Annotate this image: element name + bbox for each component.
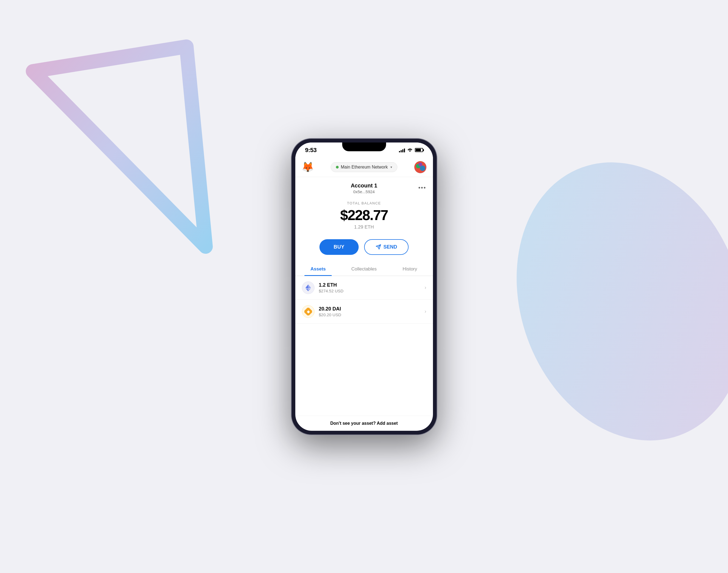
svg-marker-9 [308,288,311,291]
buy-button[interactable]: BUY [320,239,359,255]
tab-collectables-label: Collectables [351,266,377,271]
svg-marker-10 [305,288,308,291]
tab-collectables[interactable]: Collectables [341,263,387,276]
wifi-icon [407,147,413,153]
svg-point-0 [479,130,728,473]
signal-bar-3 [402,149,403,152]
dai-usd: $20.20 USD [319,312,425,317]
svg-point-4 [419,162,422,166]
eth-chevron-icon: › [425,285,426,291]
tab-history[interactable]: History [387,263,433,276]
network-chevron-icon: ▾ [390,165,392,169]
account-section: Account 1 0x5e...5924 ••• [295,177,433,198]
battery-fill [416,149,421,151]
tab-assets-label: Assets [310,266,326,271]
account-avatar[interactable] [414,161,426,173]
dai-chevron-icon: › [425,309,426,314]
svg-point-3 [420,165,425,171]
asset-item-eth[interactable]: 1.2 ETH $274.52 USD › [295,276,433,300]
status-icons [399,147,423,153]
svg-text:◆: ◆ [306,309,310,314]
signal-bar-2 [401,150,402,152]
battery-icon [415,148,423,152]
account-info: Account 1 0x5e...5924 [351,183,377,194]
add-asset-link[interactable]: Don't see your asset? Add asset [330,421,398,426]
balance-section: TOTAL BALANCE $228.77 1.29 ETH [295,198,433,237]
status-time: 9:53 [305,147,317,154]
dai-amount: 20.20 DAI [319,306,425,312]
tab-history-label: History [402,266,417,271]
tab-assets[interactable]: Assets [295,263,341,276]
notch [342,143,386,151]
phone-frame: 9:53 [291,139,437,434]
eth-usd: $274.52 USD [319,289,425,293]
dai-asset-details: 20.20 DAI $20.20 USD [319,306,425,317]
fox-emoji: 🦊 [302,161,314,173]
asset-item-dai[interactable]: ◆ 20.20 DAI $20.20 USD › [295,300,433,324]
send-arrow-icon [376,244,381,250]
signal-bars-icon [399,148,405,152]
footer: Don't see your asset? Add asset [295,416,433,431]
account-address: 0x5e...5924 [351,189,377,194]
tabs-container: Assets Collectables History [295,263,433,276]
balance-amount: $228.77 [302,207,426,223]
assets-list: 1.2 ETH $274.52 USD › ◆ 20.20 DAI [295,276,433,416]
network-status-dot [336,166,339,168]
metamask-logo[interactable]: 🦊 [302,161,314,173]
eth-asset-details: 1.2 ETH $274.52 USD [319,282,425,293]
dai-token-icon: ◆ [302,305,314,318]
signal-bar-1 [399,151,400,152]
network-selector[interactable]: Main Ethereum Network ▾ [331,162,398,172]
signal-bar-4 [404,149,405,152]
phone-screen: 9:53 [295,143,433,431]
network-name-label: Main Ethereum Network [341,165,388,170]
account-name: Account 1 [351,183,377,189]
eth-token-icon [302,281,314,294]
phone-container: 9:53 [291,139,437,434]
action-buttons: BUY SEND [295,237,433,263]
nav-bar: 🦊 Main Ethereum Network ▾ [295,158,433,177]
eth-amount: 1.2 ETH [319,282,425,288]
send-button[interactable]: SEND [364,239,408,255]
balance-eth: 1.29 ETH [302,224,426,230]
status-bar: 9:53 [295,143,433,158]
send-label: SEND [383,244,397,250]
balance-label: TOTAL BALANCE [302,201,426,205]
more-options-button[interactable]: ••• [418,184,426,191]
